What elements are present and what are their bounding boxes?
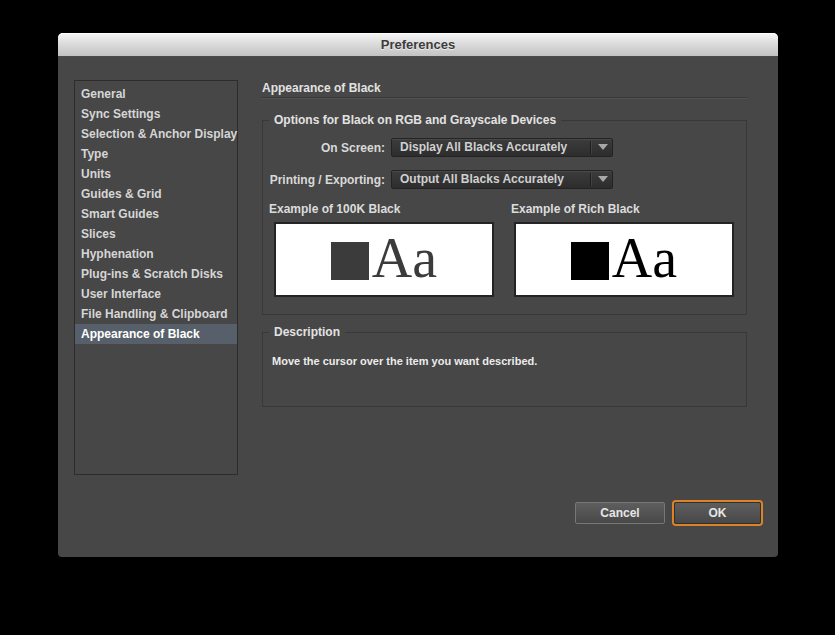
printing-exporting-label: Printing / Exporting: bbox=[263, 173, 385, 187]
chevron-down-icon bbox=[598, 176, 608, 182]
black-swatch-rich bbox=[571, 242, 609, 280]
example-rich-black-preview: Aa bbox=[514, 222, 734, 297]
description-group: Description Move the cursor over the ite… bbox=[262, 332, 747, 407]
description-group-legend: Description bbox=[269, 325, 345, 339]
description-text: Move the cursor over the item you want d… bbox=[272, 355, 537, 367]
sidebar-item-appearance-of-black[interactable]: Appearance of Black bbox=[75, 324, 237, 344]
ok-button[interactable]: OK bbox=[674, 502, 761, 524]
window-title: Preferences bbox=[381, 37, 455, 52]
sidebar-item-file-handling-clipboard[interactable]: File Handling & Clipboard bbox=[75, 304, 237, 324]
sidebar-item-hyphenation[interactable]: Hyphenation bbox=[75, 244, 237, 264]
on-screen-dropdown[interactable]: Display All Blacks Accurately bbox=[391, 138, 613, 157]
options-for-black-group: Options for Black on RGB and Grayscale D… bbox=[262, 120, 747, 315]
example-100k-black-preview: Aa bbox=[274, 222, 494, 297]
chevron-down-icon bbox=[598, 144, 608, 150]
sidebar-item-guides-grid[interactable]: Guides & Grid bbox=[75, 184, 237, 204]
on-screen-dropdown-value: Display All Blacks Accurately bbox=[400, 139, 567, 156]
sidebar-item-type[interactable]: Type bbox=[75, 144, 237, 164]
preferences-category-list: General Sync Settings Selection & Anchor… bbox=[74, 80, 238, 475]
dropdown-separator bbox=[590, 173, 591, 186]
sidebar-item-user-interface[interactable]: User Interface bbox=[75, 284, 237, 304]
example-rich-black-label: Example of Rich Black bbox=[511, 202, 640, 216]
sample-text-rich: Aa bbox=[612, 230, 677, 286]
options-group-legend: Options for Black on RGB and Grayscale D… bbox=[269, 113, 561, 127]
dropdown-separator bbox=[590, 141, 591, 154]
sidebar-item-selection-anchor-display[interactable]: Selection & Anchor Display bbox=[75, 124, 237, 144]
on-screen-label: On Screen: bbox=[263, 141, 385, 155]
sidebar-item-units[interactable]: Units bbox=[75, 164, 237, 184]
sidebar-item-smart-guides[interactable]: Smart Guides bbox=[75, 204, 237, 224]
title-bar[interactable]: Preferences bbox=[58, 33, 778, 57]
sample-text-100k: Aa bbox=[372, 230, 437, 286]
sidebar-item-sync-settings[interactable]: Sync Settings bbox=[75, 104, 237, 124]
sidebar-item-plugins-scratch-disks[interactable]: Plug-ins & Scratch Disks bbox=[75, 264, 237, 284]
sidebar-item-general[interactable]: General bbox=[75, 84, 237, 104]
printing-exporting-dropdown[interactable]: Output All Blacks Accurately bbox=[391, 170, 613, 189]
example-100k-black-label: Example of 100K Black bbox=[269, 202, 400, 216]
title-divider bbox=[262, 97, 747, 98]
on-screen-row: On Screen: Display All Blacks Accurately bbox=[263, 138, 613, 157]
preferences-dialog: Preferences General Sync Settings Select… bbox=[58, 33, 778, 557]
cancel-button[interactable]: Cancel bbox=[575, 502, 665, 524]
page-title: Appearance of Black bbox=[262, 81, 381, 95]
black-swatch-100k bbox=[331, 242, 369, 280]
printing-exporting-row: Printing / Exporting: Output All Blacks … bbox=[263, 170, 613, 189]
printing-exporting-dropdown-value: Output All Blacks Accurately bbox=[400, 171, 564, 188]
sidebar-item-slices[interactable]: Slices bbox=[75, 224, 237, 244]
